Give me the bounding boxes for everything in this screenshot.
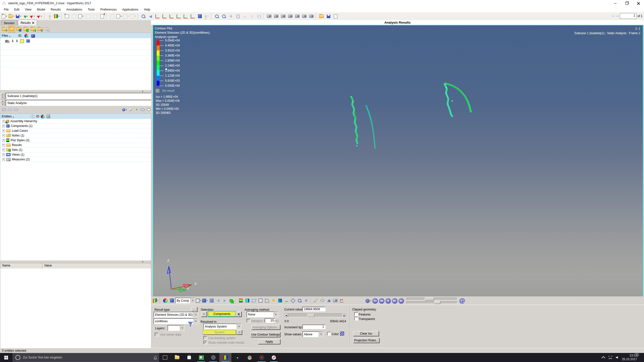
value-column-header[interactable]: Value (42, 263, 151, 269)
view-xy-icon[interactable] (154, 13, 161, 20)
capture-image-icon[interactable] (266, 13, 272, 20)
animation-clock-icon[interactable]: ▼ (366, 298, 372, 304)
view-zx-icon[interactable] (175, 13, 182, 20)
entities-id-header[interactable]: ID (35, 115, 41, 118)
tensor-panel-icon[interactable] (290, 298, 296, 304)
current-value-field[interactable]: 19684.9509 (302, 307, 326, 311)
page-organize-icon[interactable] (99, 13, 105, 20)
mirror-right-icon[interactable] (222, 298, 228, 304)
increment-field[interactable]: 1 (302, 325, 326, 329)
record-region-icon[interactable] (308, 13, 315, 20)
video-overlay-icon[interactable] (332, 298, 338, 304)
restore-button[interactable] (621, 0, 632, 7)
menu-item[interactable]: File (1, 7, 11, 12)
notes-panel-icon[interactable] (319, 298, 325, 304)
save-plot-icon[interactable] (325, 13, 332, 20)
eye-icon[interactable] (146, 107, 152, 112)
show-values-combo[interactable]: Above▼ (302, 331, 324, 337)
tree-item[interactable]: Sets (1) (0, 148, 151, 152)
chrome-icon[interactable] (244, 353, 256, 362)
result-type-combo[interactable]: Element Stresses (2D & 3D) (t)▼ (153, 312, 198, 318)
capture-select-icon[interactable] (294, 13, 301, 20)
volume-muted-icon[interactable]: ✕ (616, 356, 618, 359)
iso-panel-icon[interactable] (244, 298, 250, 304)
isolate-icon[interactable] (13, 107, 19, 112)
report-icon[interactable] (332, 13, 339, 20)
zoom-in-icon[interactable] (214, 13, 220, 20)
snip-app-icon[interactable] (268, 353, 280, 362)
view-iso-icon[interactable] (196, 13, 203, 20)
color-checkbox[interactable] (327, 332, 331, 336)
hide-all-icon[interactable] (7, 107, 13, 112)
overlap-icon[interactable] (228, 298, 234, 304)
use-contour-settings-button[interactable]: Use Contour Settings (251, 332, 280, 337)
rotate-icon[interactable]: ( ) (256, 13, 262, 20)
expand-view-icon[interactable]: ✥ (303, 298, 309, 304)
expand-icon[interactable] (2, 149, 5, 151)
zoom-model-icon[interactable] (140, 13, 147, 20)
mesh-app-icon[interactable] (207, 353, 219, 362)
section-cut-icon[interactable] (251, 298, 257, 304)
streamlines-icon[interactable] (284, 298, 290, 304)
start-button[interactable] (0, 353, 12, 362)
selector-arrow-icon[interactable] (128, 107, 134, 112)
query-results-icon[interactable] (277, 298, 283, 304)
next-page-icon[interactable]: ➡ (616, 14, 619, 18)
contour-panel-icon[interactable] (238, 298, 244, 304)
exploded-view-icon[interactable] (257, 298, 263, 304)
display-glasses-icon[interactable] (140, 107, 146, 112)
animation-settings-gear-icon[interactable] (459, 298, 465, 304)
averaging-combo[interactable]: None▼ (247, 311, 278, 317)
tracking-panel-icon[interactable] (313, 298, 319, 304)
file-explorer-icon[interactable] (171, 353, 183, 362)
iso-value-slider[interactable]: ◀ ▶ (284, 313, 346, 317)
tree-item[interactable]: Views (1) (0, 152, 151, 157)
add-mode-icon[interactable]: + (134, 107, 140, 112)
file-color-swatch[interactable] (20, 39, 24, 43)
show-all-icon[interactable] (1, 107, 7, 112)
hyperworks-taskbar-icon[interactable] (219, 353, 231, 362)
tree-item[interactable]: Results (0, 143, 151, 148)
legend-cube-icon[interactable] (169, 298, 175, 304)
color-by-combo[interactable]: By Comp▼ (175, 298, 195, 303)
collapse-arrow-icon[interactable]: ▼ (142, 261, 144, 263)
info-column-icon[interactable]: i (31, 115, 35, 118)
load-results-icon[interactable] (8, 26, 15, 32)
tray-chevron-icon[interactable] (601, 356, 606, 360)
taskbar-search-box[interactable]: Zur Suche Text hier eingeben (13, 353, 159, 362)
wifi-icon[interactable] (608, 356, 612, 359)
expand-icon[interactable] (2, 144, 5, 147)
tab-results[interactable]: Results (18, 19, 37, 25)
plot-styles-browser-icon[interactable] (30, 26, 36, 32)
wireframe-mode-icon[interactable]: ▼ (195, 298, 202, 304)
menu-item[interactable]: Annotations (64, 7, 85, 12)
measure-panel-icon[interactable] (297, 298, 303, 304)
frame-slider[interactable] (407, 298, 457, 300)
import-icon[interactable]: ▼ (22, 13, 29, 20)
first-frame-button[interactable]: ◀ (372, 298, 378, 304)
analysis-spinner[interactable]: ▲▼ (1, 100, 5, 106)
page-layout-icon[interactable]: ▼ (78, 13, 84, 20)
menu-item[interactable]: Applications (119, 7, 141, 12)
editor-app-icon[interactable] (195, 353, 207, 362)
expand-icon[interactable] (2, 129, 5, 132)
slider-thumb[interactable] (307, 314, 314, 317)
subcase-spinner[interactable]: ▲▼ (1, 93, 5, 99)
tree-item[interactable]: Notes (1) (0, 133, 151, 138)
selection-reset-button[interactable]: ⏴| (236, 311, 242, 317)
file-layer-icon[interactable] (26, 39, 30, 42)
collapse-arrow-icon[interactable]: ▼ (142, 90, 144, 92)
entities-color-icon[interactable] (41, 115, 45, 118)
files-column-header[interactable]: Files ▲ (0, 34, 15, 37)
projection-rules-button[interactable]: Projection Rules... (353, 338, 379, 343)
subcase-selector[interactable]: Subcase 1 (loadstep1) (6, 93, 151, 99)
mask-elements-icon[interactable] (209, 298, 215, 304)
id-column-header[interactable]: ID (17, 34, 23, 37)
minimize-button[interactable] (609, 0, 621, 7)
expand-icon[interactable] (2, 134, 5, 137)
capture-region-icon[interactable] (287, 13, 294, 20)
variation-checkbox[interactable] (247, 319, 250, 323)
record-video-icon[interactable] (301, 13, 308, 20)
expand-icon[interactable] (2, 153, 5, 156)
entities-column-header[interactable]: Entities ▲ (0, 115, 31, 118)
